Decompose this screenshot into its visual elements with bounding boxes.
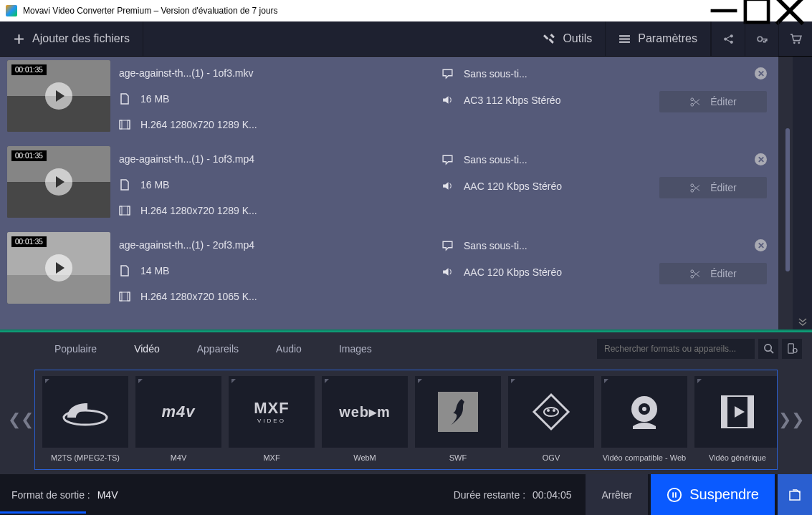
format-item-swf[interactable]: SWF (415, 376, 501, 466)
duration-badge: 00:01:35 (11, 64, 47, 75)
format-item-m2ts[interactable]: M2TS (MPEG2-TS) (42, 376, 128, 466)
edit-button[interactable]: Éditer (659, 263, 767, 284)
svg-rect-20 (120, 206, 130, 215)
scissors-icon (689, 269, 700, 279)
share-button[interactable] (711, 21, 745, 56)
output-format-value[interactable]: M4V (97, 489, 118, 501)
svg-point-37 (547, 409, 550, 412)
svg-point-41 (642, 407, 646, 411)
tools-icon (543, 33, 555, 45)
file-audio: AAC 120 Kbps Stéréo (464, 181, 562, 192)
cart-icon (790, 33, 802, 45)
svg-rect-48 (675, 492, 677, 497)
tab-devices[interactable]: Appareils (193, 340, 243, 357)
file-subs: Sans sous-ti... (464, 68, 527, 80)
file-row[interactable]: 00:01:35 age-against-th...(1) - 1of3.mp4… (0, 146, 778, 232)
abort-button[interactable]: Arrêter (586, 474, 648, 515)
tab-images[interactable]: Images (335, 340, 376, 357)
progress-bar (0, 511, 86, 514)
search-input[interactable] (597, 339, 755, 359)
open-folder-button[interactable] (778, 474, 812, 515)
maximize-button[interactable] (740, 0, 773, 21)
format-label: OGV (543, 453, 560, 462)
svg-rect-4 (619, 35, 630, 37)
format-item-webm[interactable]: web▸m WebM (322, 376, 408, 466)
tools-button[interactable]: Outils (530, 21, 606, 56)
carousel-prev[interactable]: ❮❮ (7, 410, 34, 429)
detect-device-button[interactable] (780, 339, 802, 359)
edit-button[interactable]: Éditer (659, 91, 767, 112)
file-icon (119, 179, 130, 191)
collapse-panel-button[interactable] (793, 57, 812, 329)
svg-line-31 (770, 350, 773, 353)
play-icon[interactable] (45, 168, 72, 196)
format-item-mxf[interactable]: MXFVIDEO MXF (229, 376, 315, 466)
remove-file-button[interactable]: ✕ (755, 67, 767, 80)
thumbnail[interactable]: 00:01:35 (7, 146, 110, 218)
m4v-icon: m4v (161, 403, 195, 421)
plus-icon (13, 33, 25, 45)
file-codec: H.264 1280x720 1289 K... (140, 205, 257, 216)
format-item-web-video[interactable]: Vidéo compatible - Web (601, 376, 687, 466)
file-icon (119, 265, 130, 276)
file-row[interactable]: 00:01:35 age-against-th...(1) - 1of3.mkv… (0, 60, 778, 146)
file-row[interactable]: 00:01:35 age-against-th...(1) - 2of3.mp4… (0, 232, 778, 318)
tab-video[interactable]: Vidéo (130, 340, 164, 357)
app-icon (6, 5, 17, 16)
key-button[interactable] (745, 21, 778, 56)
thumbnail[interactable]: 00:01:35 (7, 232, 110, 304)
bottom-bar: Format de sortie : M4V Durée restante : … (0, 474, 812, 515)
minimize-button[interactable] (707, 0, 740, 21)
file-codec: H.264 1280x720 1065 K... (140, 291, 257, 302)
device-search-icon (787, 343, 798, 354)
svg-point-28 (691, 269, 694, 272)
file-audio: AC3 112 Kbps Stéréo (464, 95, 560, 106)
edit-button[interactable]: Éditer (659, 177, 767, 198)
format-item-m4v[interactable]: m4v M4V (135, 376, 221, 466)
chevron-down-double-icon (798, 317, 808, 327)
file-info: age-against-th...(1) - 1of3.mkv 16 MB H.… (110, 60, 441, 130)
remove-file-button[interactable]: ✕ (755, 153, 767, 165)
pause-button[interactable]: Suspendre (651, 474, 775, 515)
thumbnail[interactable]: 00:01:35 (7, 60, 110, 132)
svg-line-11 (726, 39, 730, 42)
output-format-label: Format de sortie : (11, 489, 90, 501)
svg-point-8 (730, 34, 732, 37)
svg-rect-5 (619, 38, 630, 39)
cart-button[interactable] (778, 21, 812, 56)
file-audio: AAC 120 Kbps Stéréo (464, 266, 562, 278)
play-icon[interactable] (45, 82, 72, 110)
file-meta: Sans sous-ti... AC3 112 Kbps Stéréo (441, 60, 628, 106)
format-item-generic-video[interactable]: Vidéo générique (694, 376, 778, 466)
format-item-ogv[interactable]: OGV (508, 376, 594, 466)
format-carousel: ❮❮ M2TS (MPEG2-TS) m4v M4V MXFVIDEO MXF … (0, 365, 812, 474)
svg-rect-25 (120, 292, 130, 301)
play-icon[interactable] (45, 254, 72, 281)
format-grid: M2TS (MPEG2-TS) m4v M4V MXFVIDEO MXF web… (34, 370, 778, 470)
file-icon (119, 93, 130, 105)
tab-audio[interactable]: Audio (272, 340, 306, 357)
file-name: age-against-th...(1) - 1of3.mkv (119, 67, 254, 79)
settings-button[interactable]: Paramètres (606, 21, 711, 56)
speaker-icon (441, 266, 454, 278)
close-button[interactable] (773, 0, 806, 21)
svg-rect-6 (619, 41, 630, 42)
svg-point-14 (798, 42, 800, 44)
subtitle-icon (441, 239, 454, 251)
tab-popular[interactable]: Populaire (50, 340, 101, 357)
file-list-area: 00:01:35 age-against-th...(1) - 1of3.mkv… (0, 57, 812, 329)
svg-point-46 (668, 488, 681, 501)
bluray-icon (60, 398, 110, 426)
scrollbar[interactable] (778, 57, 793, 329)
subtitle-icon (441, 153, 454, 165)
svg-rect-44 (747, 396, 753, 428)
svg-rect-16 (120, 120, 122, 129)
speaker-icon (441, 180, 454, 192)
film-play-icon (717, 392, 758, 432)
carousel-next[interactable]: ❯❯ (778, 410, 805, 429)
add-files-button[interactable]: Ajouter des fichiers (0, 21, 143, 56)
remove-file-button[interactable]: ✕ (755, 239, 767, 251)
search-button[interactable] (757, 339, 778, 359)
file-list: 00:01:35 age-against-th...(1) - 1of3.mkv… (0, 57, 778, 329)
svg-point-36 (544, 408, 558, 416)
